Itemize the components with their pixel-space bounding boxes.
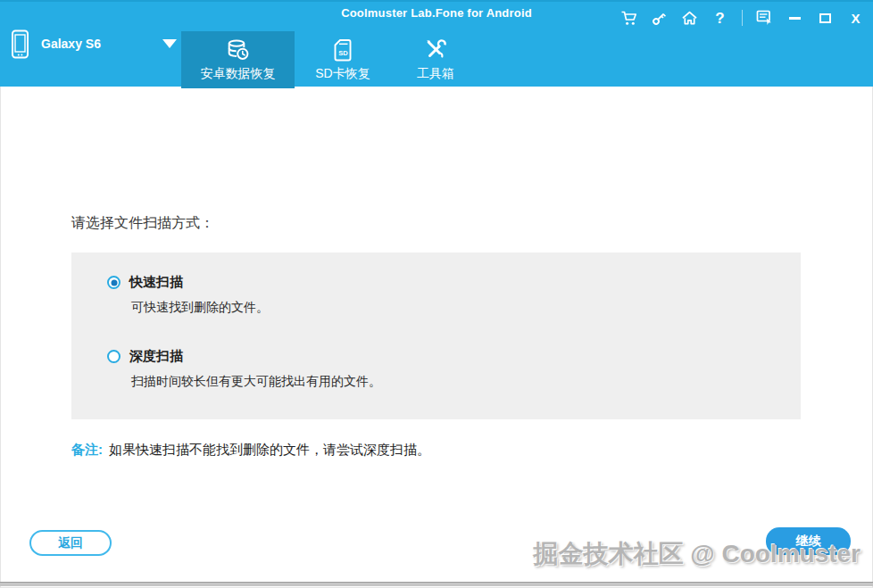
close-button[interactable]: X [847, 10, 864, 27]
chevron-down-icon [162, 39, 177, 48]
phone-icon [11, 29, 30, 63]
feedback-icon[interactable] [756, 10, 773, 27]
home-icon[interactable] [681, 10, 698, 27]
tab-android-data-recovery[interactable]: 安卓数据恢复 [181, 31, 295, 88]
note-label: 备注: [71, 442, 103, 457]
radio-deep-scan[interactable] [107, 350, 121, 363]
tab-sd-card-recovery[interactable]: SD SD卡恢复 [295, 31, 391, 88]
database-recovery-icon [226, 36, 250, 64]
deep-scan-description: 扫描时间较长但有更大可能找出有用的文件。 [131, 374, 381, 390]
svg-text:SD: SD [338, 48, 348, 56]
back-button[interactable]: 返回 [29, 530, 112, 556]
tools-icon [424, 36, 448, 64]
cart-icon[interactable] [620, 10, 637, 27]
header: Coolmuster Lab.Fone for Android [0, 0, 873, 87]
help-icon[interactable]: ? [711, 10, 728, 27]
option-title: 深度扫描 [129, 348, 183, 365]
note-body: 如果快速扫描不能找到删除的文件，请尝试深度扫描。 [109, 442, 430, 457]
quick-scan-description: 可快速找到删除的文件。 [131, 300, 269, 316]
sd-card-icon: SD [332, 36, 353, 64]
maximize-button[interactable] [817, 10, 834, 27]
key-icon[interactable] [651, 10, 668, 27]
note-text: 备注:如果快速扫描不能找到删除的文件，请尝试深度扫描。 [71, 442, 430, 459]
deep-scan-option[interactable]: 深度扫描 [107, 348, 183, 365]
page-title: 请选择文件扫描方式： [71, 214, 214, 233]
app-window: Coolmuster Lab.Fone for Android [0, 0, 873, 588]
tab-bar: 安卓数据恢复 SD SD卡恢复 [181, 31, 480, 88]
device-selector[interactable]: Galaxy S6 [9, 29, 179, 64]
radio-quick-scan[interactable] [107, 276, 121, 289]
tab-label: 安卓数据恢复 [201, 66, 276, 82]
device-name: Galaxy S6 [41, 37, 101, 51]
quick-scan-option[interactable]: 快速扫描 [107, 274, 183, 291]
tab-label: SD卡恢复 [315, 66, 370, 82]
titlebar-controls: ? X [620, 9, 864, 27]
tab-label: 工具箱 [417, 66, 454, 82]
titlebar-divider [742, 10, 743, 26]
scan-options-panel: 快速扫描 可快速找到删除的文件。 深度扫描 扫描时间较长但有更大可能找出有用的文… [71, 253, 801, 419]
minimize-button[interactable] [786, 10, 803, 27]
tab-toolbox[interactable]: 工具箱 [391, 31, 480, 88]
option-title: 快速扫描 [129, 274, 183, 291]
window-bottom-edge [0, 582, 873, 586]
watermark: 掘金技术社区 @ Coolmuster [534, 537, 861, 571]
